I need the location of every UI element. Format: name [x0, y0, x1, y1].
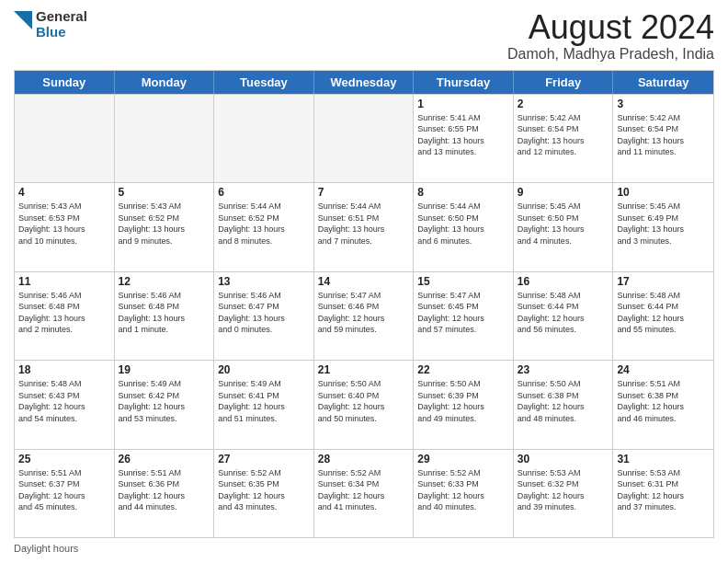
- day-info: Sunrise: 5:48 AM Sunset: 6:44 PM Dayligh…: [617, 290, 710, 336]
- calendar-cell: [15, 95, 115, 182]
- calendar-cell: 9Sunrise: 5:45 AM Sunset: 6:50 PM Daylig…: [514, 183, 614, 270]
- day-number: 14: [318, 275, 410, 288]
- calendar-cell: 25Sunrise: 5:51 AM Sunset: 6:37 PM Dayli…: [15, 450, 115, 537]
- day-info: Sunrise: 5:48 AM Sunset: 6:43 PM Dayligh…: [18, 378, 110, 424]
- header: GeneralBlue August 2024 Damoh, Madhya Pr…: [14, 9, 714, 63]
- day-number: 8: [417, 186, 509, 199]
- day-number: 19: [119, 363, 210, 376]
- calendar-cell: 5Sunrise: 5:43 AM Sunset: 6:52 PM Daylig…: [115, 183, 215, 270]
- svg-marker-0: [14, 11, 32, 29]
- calendar-cell: 28Sunrise: 5:52 AM Sunset: 6:34 PM Dayli…: [314, 450, 415, 537]
- calendar-cell: 24Sunrise: 5:51 AM Sunset: 6:38 PM Dayli…: [613, 361, 713, 448]
- day-number: 22: [417, 363, 509, 376]
- day-info: Sunrise: 5:44 AM Sunset: 6:52 PM Dayligh…: [218, 201, 310, 247]
- day-info: Sunrise: 5:46 AM Sunset: 6:47 PM Dayligh…: [218, 290, 310, 336]
- day-info: Sunrise: 5:53 AM Sunset: 6:31 PM Dayligh…: [617, 467, 710, 513]
- day-number: 15: [417, 275, 509, 288]
- calendar-header-row: SundayMondayTuesdayWednesdayThursdayFrid…: [15, 71, 713, 94]
- day-number: 1: [417, 98, 509, 110]
- day-info: Sunrise: 5:52 AM Sunset: 6:34 PM Dayligh…: [318, 467, 410, 513]
- calendar-cell: 12Sunrise: 5:46 AM Sunset: 6:48 PM Dayli…: [115, 272, 215, 360]
- day-number: 3: [617, 98, 710, 110]
- calendar-header-cell: Wednesday: [314, 71, 415, 94]
- day-number: 10: [617, 186, 710, 199]
- day-info: Sunrise: 5:45 AM Sunset: 6:50 PM Dayligh…: [518, 201, 609, 247]
- calendar-cell: 17Sunrise: 5:48 AM Sunset: 6:44 PM Dayli…: [613, 272, 713, 360]
- day-number: 26: [119, 453, 210, 465]
- calendar-cell: 11Sunrise: 5:46 AM Sunset: 6:48 PM Dayli…: [15, 272, 115, 360]
- calendar-cell: 23Sunrise: 5:50 AM Sunset: 6:38 PM Dayli…: [514, 361, 614, 448]
- day-info: Sunrise: 5:49 AM Sunset: 6:41 PM Dayligh…: [218, 378, 310, 424]
- day-number: 31: [617, 453, 710, 465]
- day-number: 28: [318, 453, 410, 465]
- day-number: 23: [518, 363, 609, 376]
- day-number: 11: [18, 275, 110, 288]
- logo-blue: Blue: [36, 25, 87, 40]
- calendar-header-cell: Tuesday: [214, 71, 314, 94]
- calendar-cell: 15Sunrise: 5:47 AM Sunset: 6:45 PM Dayli…: [414, 272, 514, 360]
- day-number: 27: [218, 453, 310, 465]
- calendar-week: 4Sunrise: 5:43 AM Sunset: 6:53 PM Daylig…: [15, 182, 713, 270]
- logo-general: General: [36, 9, 87, 25]
- calendar-cell: 21Sunrise: 5:50 AM Sunset: 6:40 PM Dayli…: [314, 361, 415, 448]
- calendar-cell: [214, 95, 314, 182]
- day-info: Sunrise: 5:51 AM Sunset: 6:37 PM Dayligh…: [18, 467, 110, 513]
- calendar-week: 25Sunrise: 5:51 AM Sunset: 6:37 PM Dayli…: [15, 449, 713, 537]
- footer-label: Daylight hours: [14, 543, 78, 554]
- footer: Daylight hours: [14, 543, 714, 554]
- day-number: 20: [218, 363, 310, 376]
- page: GeneralBlue August 2024 Damoh, Madhya Pr…: [0, 0, 728, 563]
- day-info: Sunrise: 5:43 AM Sunset: 6:53 PM Dayligh…: [18, 201, 110, 247]
- calendar-cell: 30Sunrise: 5:53 AM Sunset: 6:32 PM Dayli…: [514, 450, 614, 537]
- calendar-week: 1Sunrise: 5:41 AM Sunset: 6:55 PM Daylig…: [15, 94, 713, 182]
- day-number: 2: [518, 98, 609, 110]
- calendar-header-cell: Thursday: [414, 71, 514, 94]
- day-number: 24: [617, 363, 710, 376]
- calendar-cell: 14Sunrise: 5:47 AM Sunset: 6:46 PM Dayli…: [314, 272, 415, 360]
- calendar-cell: 26Sunrise: 5:51 AM Sunset: 6:36 PM Dayli…: [115, 450, 215, 537]
- day-number: 25: [18, 453, 110, 465]
- day-number: 17: [617, 275, 710, 288]
- calendar-week: 11Sunrise: 5:46 AM Sunset: 6:48 PM Dayli…: [15, 271, 713, 360]
- calendar-cell: 20Sunrise: 5:49 AM Sunset: 6:41 PM Dayli…: [214, 361, 314, 448]
- calendar-cell: 22Sunrise: 5:50 AM Sunset: 6:39 PM Dayli…: [414, 361, 514, 448]
- day-info: Sunrise: 5:43 AM Sunset: 6:52 PM Dayligh…: [119, 201, 210, 247]
- subtitle: Damoh, Madhya Pradesh, India: [507, 46, 714, 63]
- title-section: August 2024 Damoh, Madhya Pradesh, India: [507, 9, 714, 63]
- calendar-cell: 18Sunrise: 5:48 AM Sunset: 6:43 PM Dayli…: [15, 361, 115, 448]
- day-number: 30: [518, 453, 609, 465]
- day-info: Sunrise: 5:42 AM Sunset: 6:54 PM Dayligh…: [518, 112, 609, 158]
- day-info: Sunrise: 5:42 AM Sunset: 6:54 PM Dayligh…: [617, 112, 710, 158]
- calendar-cell: 31Sunrise: 5:53 AM Sunset: 6:31 PM Dayli…: [613, 450, 713, 537]
- day-info: Sunrise: 5:52 AM Sunset: 6:33 PM Dayligh…: [417, 467, 509, 513]
- day-info: Sunrise: 5:41 AM Sunset: 6:55 PM Dayligh…: [417, 112, 509, 158]
- day-number: 13: [218, 275, 310, 288]
- logo-icon: [14, 11, 32, 39]
- calendar-cell: 6Sunrise: 5:44 AM Sunset: 6:52 PM Daylig…: [214, 183, 314, 270]
- day-info: Sunrise: 5:52 AM Sunset: 6:35 PM Dayligh…: [218, 467, 310, 513]
- day-info: Sunrise: 5:49 AM Sunset: 6:42 PM Dayligh…: [119, 378, 210, 424]
- calendar-cell: 16Sunrise: 5:48 AM Sunset: 6:44 PM Dayli…: [514, 272, 614, 360]
- day-number: 4: [18, 186, 110, 199]
- day-number: 6: [218, 186, 310, 199]
- day-info: Sunrise: 5:50 AM Sunset: 6:39 PM Dayligh…: [417, 378, 509, 424]
- logo: GeneralBlue: [14, 9, 87, 40]
- calendar-cell: [314, 95, 415, 182]
- calendar-cell: 3Sunrise: 5:42 AM Sunset: 6:54 PM Daylig…: [613, 95, 713, 182]
- calendar-body: 1Sunrise: 5:41 AM Sunset: 6:55 PM Daylig…: [15, 94, 713, 537]
- calendar-cell: 8Sunrise: 5:44 AM Sunset: 6:50 PM Daylig…: [414, 183, 514, 270]
- day-number: 18: [18, 363, 110, 376]
- calendar-cell: 29Sunrise: 5:52 AM Sunset: 6:33 PM Dayli…: [414, 450, 514, 537]
- calendar-cell: 4Sunrise: 5:43 AM Sunset: 6:53 PM Daylig…: [15, 183, 115, 270]
- calendar-header-cell: Friday: [514, 71, 614, 94]
- calendar: SundayMondayTuesdayWednesdayThursdayFrid…: [14, 70, 714, 538]
- calendar-header-cell: Saturday: [613, 71, 713, 94]
- calendar-cell: 1Sunrise: 5:41 AM Sunset: 6:55 PM Daylig…: [414, 95, 514, 182]
- day-number: 21: [318, 363, 410, 376]
- calendar-cell: 19Sunrise: 5:49 AM Sunset: 6:42 PM Dayli…: [115, 361, 215, 448]
- calendar-cell: 10Sunrise: 5:45 AM Sunset: 6:49 PM Dayli…: [613, 183, 713, 270]
- day-info: Sunrise: 5:44 AM Sunset: 6:51 PM Dayligh…: [318, 201, 410, 247]
- calendar-cell: 27Sunrise: 5:52 AM Sunset: 6:35 PM Dayli…: [214, 450, 314, 537]
- calendar-header-cell: Sunday: [15, 71, 115, 94]
- main-title: August 2024: [507, 9, 714, 46]
